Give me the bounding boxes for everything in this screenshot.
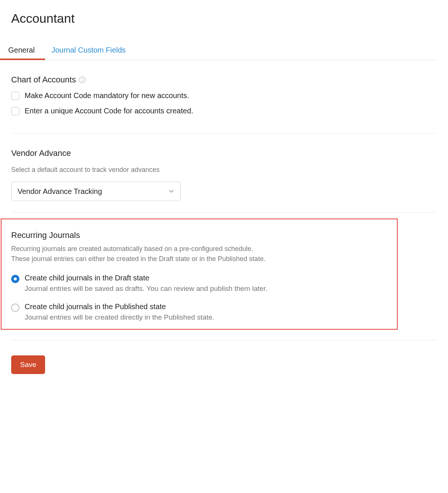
- radio-option-draft[interactable]: Create child journals in the Draft state…: [11, 274, 387, 293]
- tab-journal-custom-fields[interactable]: Journal Custom Fields: [51, 44, 126, 60]
- info-icon[interactable]: [79, 76, 86, 83]
- svg-rect-2: [82, 79, 83, 82]
- vendor-advance-subtitle: Select a default account to track vendor…: [11, 165, 437, 175]
- recurring-journals-title: Recurring Journals: [11, 230, 387, 240]
- section-chart-of-accounts: Chart of Accounts Make Account Code mand…: [11, 60, 437, 133]
- svg-point-1: [82, 78, 83, 79]
- vendor-advance-select[interactable]: Vendor Advance Tracking: [11, 182, 181, 201]
- divider: [11, 340, 437, 340]
- select-value: Vendor Advance Tracking: [18, 187, 102, 196]
- radio-option-published[interactable]: Create child journals in the Published s…: [11, 302, 387, 321]
- tab-general[interactable]: General: [8, 44, 35, 60]
- radio-input[interactable]: [11, 304, 19, 312]
- vendor-advance-title: Vendor Advance: [11, 148, 437, 158]
- page-title: Accountant: [11, 11, 437, 26]
- chart-of-accounts-title: Chart of Accounts: [11, 75, 437, 85]
- checkbox-label: Enter a unique Account Code for accounts…: [25, 107, 193, 115]
- save-button[interactable]: Save: [11, 355, 45, 374]
- checkbox-unique-code[interactable]: Enter a unique Account Code for accounts…: [11, 107, 437, 115]
- desc-line-1: Recurring journals are created automatic…: [11, 245, 253, 252]
- radio-label: Create child journals in the Published s…: [25, 302, 214, 311]
- checkbox-input[interactable]: [11, 92, 19, 100]
- checkbox-label: Make Account Code mandatory for new acco…: [25, 91, 189, 100]
- desc-line-2: These journal entries can either be crea…: [11, 255, 265, 263]
- checkbox-mandatory-code[interactable]: Make Account Code mandatory for new acco…: [11, 91, 437, 100]
- section-vendor-advance: Vendor Advance Select a default account …: [11, 133, 437, 212]
- chart-of-accounts-title-text: Chart of Accounts: [11, 75, 76, 85]
- radio-description: Journal entries will be saved as drafts.…: [25, 285, 268, 293]
- tabs: General Journal Custom Fields: [0, 44, 437, 60]
- section-recurring-journals-wrapper: Recurring Journals Recurring journals ar…: [11, 212, 437, 330]
- radio-input[interactable]: [11, 275, 19, 283]
- checkbox-input[interactable]: [11, 107, 19, 115]
- chevron-down-icon: [168, 188, 174, 194]
- recurring-journals-desc: Recurring journals are created automatic…: [11, 244, 387, 264]
- recurring-journals-highlight: Recurring Journals Recurring journals ar…: [1, 219, 398, 330]
- radio-label: Create child journals in the Draft state: [25, 274, 268, 282]
- radio-description: Journal entries will be created directly…: [25, 313, 214, 321]
